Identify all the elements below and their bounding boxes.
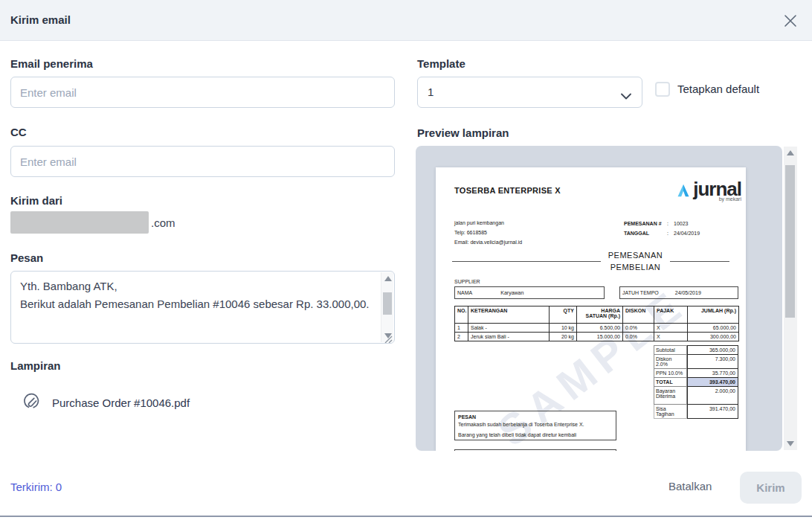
table-row: 1 Salak - 10 kg 6.500,00 0.0% X 65.000,0… — [455, 324, 739, 333]
doc-title: PEMESANAN PEMBELIAN — [436, 249, 746, 273]
attachment-preview-panel[interactable]: SAMPLE TOSERBA ENTERPRISE X jurnal by me… — [416, 146, 782, 451]
jurnal-arrow-icon — [676, 183, 691, 201]
sender-email-suffix: .com — [151, 216, 175, 229]
cc-input[interactable] — [10, 146, 395, 177]
doc-message-box: PESAN Terimakasih sudah berbelanja di To… — [454, 411, 616, 440]
scroll-up-icon[interactable] — [787, 150, 794, 155]
recipient-email-label: Email penerima — [10, 57, 93, 70]
preview-label: Preview lampiran — [417, 126, 509, 139]
set-default-label: Tetapkan default — [677, 83, 759, 95]
doc-company-name: TOSERBA ENTERPRISE X — [454, 186, 561, 195]
recipient-email-input[interactable] — [10, 77, 395, 108]
summary-total-row: TOTAL393.470,00 — [654, 378, 738, 387]
preview-scrollbar[interactable] — [784, 147, 797, 450]
set-default-checkbox[interactable] — [655, 82, 670, 97]
modal-header: Kirim email — [0, 0, 812, 41]
doc-summary: Subtotal365.000,00 Diskon 2.0%7.300,00 P… — [654, 345, 738, 419]
doc-order-info: PEMESANAN # : 10023 TANGGAL : 24/04/2019 — [624, 219, 700, 238]
modal-bottom-edge — [0, 516, 812, 517]
summary-row: PPN 10.0%35.770,00 — [654, 369, 738, 378]
doc-supplier-name-box: NAMA Karyawan — [454, 286, 605, 299]
modal-title: Kirim email — [10, 13, 71, 26]
summary-row: Subtotal365.000,00 — [654, 345, 738, 355]
chevron-down-icon — [621, 89, 631, 103]
doc-items-table: NO. KETERANGAN QTY HARGA SATUAN (Rp.) DI… — [454, 306, 739, 341]
doc-supplier-label: SUPPLIER — [454, 279, 480, 284]
doc-footer-box — [454, 449, 616, 451]
doc-address: jalan puri kembangan Telp: 6618585 Email… — [454, 218, 522, 247]
cc-label: CC — [10, 126, 27, 138]
send-email-modal: Kirim email Email penerima CC Kirim dari… — [0, 0, 812, 520]
template-select[interactable]: 1 — [417, 77, 642, 108]
doc-due-date-box: JATUH TEMPO 24/05/2019 — [619, 286, 738, 299]
summary-row: Sisa Tagihan391.470,00 — [654, 405, 738, 419]
summary-row: Bayaran Diterima2.000,00 — [654, 387, 738, 405]
close-icon[interactable] — [782, 13, 799, 29]
sent-count: Terkirim: 0 — [10, 481, 62, 493]
send-button[interactable]: Kirim — [740, 472, 802, 504]
cancel-button[interactable]: Batalkan — [668, 480, 712, 492]
document-page: SAMPLE TOSERBA ENTERPRISE X jurnal by me… — [436, 167, 746, 451]
summary-row: Diskon 2.0%7.300,00 — [654, 355, 738, 369]
scroll-down-icon[interactable] — [787, 441, 794, 446]
paperclip-icon — [22, 392, 40, 413]
table-row: 2 Jeruk siam Bali - 20 kg 15.000,00 0.0%… — [455, 333, 739, 341]
sender-email-redacted — [10, 211, 149, 234]
template-selected-value: 1 — [428, 86, 434, 98]
message-scrollbar-thumb[interactable] — [383, 292, 392, 315]
template-label: Template — [417, 57, 465, 70]
message-textarea[interactable]: Yth. Bambang ATK, Berikut adalah Pemesan… — [10, 271, 395, 344]
jurnal-logo: jurnal by mekari — [676, 179, 741, 202]
scroll-up-icon[interactable] — [384, 276, 392, 281]
message-scrollbar[interactable] — [381, 272, 393, 342]
message-label: Pesan — [10, 251, 43, 264]
message-text: Yth. Bambang ATK, Berikut adalah Pemesan… — [20, 277, 373, 313]
preview-scrollbar-thumb[interactable] — [785, 165, 795, 318]
attachment-label: Lampiran — [10, 359, 61, 372]
attachment-filename: Purchase Order #10046.pdf — [52, 397, 190, 409]
resize-grip-icon[interactable] — [384, 333, 393, 341]
attachment-item: Purchase Order #10046.pdf — [22, 392, 190, 413]
send-from-label: Kirim dari — [10, 194, 62, 207]
